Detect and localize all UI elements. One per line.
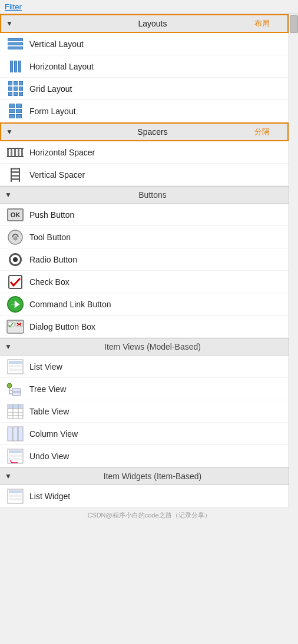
list-item[interactable]: Command Link Button [0,293,289,316]
list-item[interactable]: Vertical Layout [0,33,289,55]
item-widgets-title: Item Widgets (Item-Based) [16,472,289,481]
vertical-layout-label: Vertical Layout [29,39,84,49]
undo-view-label: Undo View [29,452,69,461]
svg-rect-12 [9,369,22,371]
list-item[interactable]: Grid Layout [0,78,289,100]
check-box-label: Check Box [29,277,69,287]
svg-rect-21 [8,404,23,409]
layouts-section-header[interactable]: ▼ Layouts 布局 [0,14,289,33]
command-link-button-icon [5,296,26,313]
vertical-spacer-label: Vertical Spacer [29,170,85,180]
tree-view-icon [5,380,26,398]
vertical-layout-icon [5,35,26,53]
list-item[interactable]: List Widget [0,485,289,507]
horizontal-layout-icon [5,58,26,75]
dialog-button-box-icon [5,318,26,336]
list-item[interactable]: Radio Button [0,248,289,271]
list-item[interactable]: OK Push Button [0,204,289,226]
svg-rect-29 [18,427,23,441]
vertical-spacer-icon [5,166,26,184]
command-link-button-label: Command Link Button [29,300,111,309]
list-item[interactable]: Column View [0,423,289,445]
push-button-label: Push Button [29,210,74,220]
list-item[interactable]: Horizontal Spacer [0,141,289,164]
list-widget-label: List Widget [29,492,70,501]
dialog-button-box-label: Dialog Button Box [29,322,95,331]
form-layout-label: Form Layout [29,107,76,116]
tree-view-label: Tree View [29,384,66,394]
horizontal-layout-label: Horizontal Layout [29,62,94,71]
tool-button-label: Tool Button [29,233,71,242]
column-view-icon [5,425,26,443]
list-item[interactable]: Check Box [0,271,289,293]
layouts-chinese-label: 布局 [254,18,270,29]
svg-point-1 [14,237,17,240]
check-box-icon [5,273,26,291]
svg-rect-31 [9,450,22,453]
widget-panel: Filter ▼ Layouts 布局 Vertical Layout [0,0,298,522]
item-widgets-arrow-icon: ▼ [0,472,16,480]
svg-rect-27 [8,427,12,441]
svg-rect-11 [9,365,22,367]
svg-rect-16 [12,389,21,392]
grid-layout-label: Grid Layout [29,84,72,94]
list-item[interactable]: Horizontal Layout [0,55,289,78]
radio-button-icon [5,251,26,268]
radio-button-label: Radio Button [29,255,77,264]
item-views-title: Item Views (Model-Based) [16,342,289,351]
list-view-label: List View [29,362,62,371]
horizontal-spacer-label: Horizontal Spacer [29,148,95,157]
list-item[interactable]: List View [0,356,289,378]
list-view-icon [5,358,26,376]
table-view-icon [5,403,26,420]
tool-button-icon [5,228,26,246]
filter-label: Filter [5,2,22,11]
layouts-title: Layouts [18,19,287,28]
list-widget-icon [5,487,26,505]
watermark: CSDN@程序小白的code之路（记录分享） [0,507,298,522]
item-views-arrow-icon: ▼ [0,343,16,351]
buttons-title: Buttons [16,190,289,200]
svg-rect-19 [12,392,21,396]
form-layout-icon [5,102,26,120]
scroll-thumb[interactable] [290,15,298,33]
list-item[interactable]: Tool Button [0,226,289,248]
grid-layout-icon [5,80,26,98]
list-item[interactable]: Table View [0,400,289,423]
spacers-arrow-icon: ▼ [1,128,18,136]
list-item[interactable]: Dialog Button Box [0,316,289,338]
column-view-label: Column View [29,429,78,439]
spacers-chinese-label: 分隔 [254,127,270,137]
buttons-section-header[interactable]: ▼ Buttons [0,186,289,204]
svg-point-13 [7,383,12,388]
svg-rect-28 [13,427,18,441]
filter-bar: Filter [0,0,298,14]
scrollbar[interactable] [289,14,298,507]
svg-rect-37 [9,498,22,500]
undo-view-icon [5,447,26,465]
layouts-arrow-icon: ▼ [1,19,18,28]
table-view-label: Table View [29,407,69,416]
svg-rect-35 [9,490,22,493]
push-button-icon: OK [5,206,26,224]
list-item[interactable]: Form Layout [0,100,289,122]
list-item[interactable]: Undo View [0,445,289,467]
item-views-section-header[interactable]: ▼ Item Views (Model-Based) [0,338,289,356]
svg-rect-33 [9,458,22,460]
item-widgets-section-header[interactable]: ▼ Item Widgets (Item-Based) [0,467,289,485]
svg-rect-36 [9,494,22,497]
spacers-title: Spacers [18,127,287,137]
svg-rect-10 [9,361,22,364]
spacers-section-header[interactable]: ▼ Spacers 分隔 [0,122,289,141]
buttons-arrow-icon: ▼ [0,191,16,199]
list-item[interactable]: Tree View [0,378,289,400]
svg-rect-32 [9,454,22,457]
horizontal-spacer-icon [5,144,26,161]
list-item[interactable]: Vertical Spacer [0,164,289,186]
